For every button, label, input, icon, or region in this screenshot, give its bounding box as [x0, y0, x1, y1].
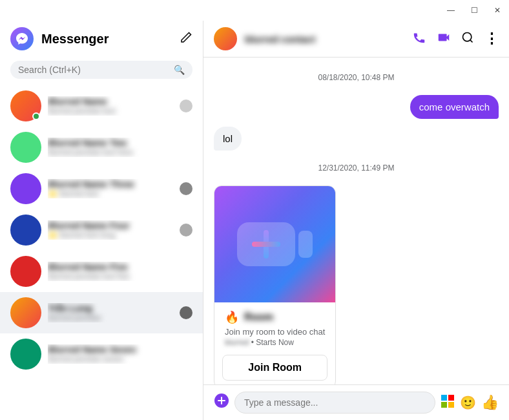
avatar: [10, 173, 41, 204]
chat-contact-avatar: [214, 27, 237, 50]
conv-badge: [180, 182, 192, 195]
join-room-button[interactable]: Join Room: [222, 355, 327, 381]
add-attachment-button[interactable]: [214, 393, 229, 412]
timestamp-2: 12/31/2020, 11:49 PM: [214, 163, 499, 173]
avatar-wrap: [10, 215, 41, 246]
conv-preview: 🌟 blurred text long: [48, 231, 173, 240]
incoming-bubble: lol: [214, 127, 242, 151]
avatar-wrap: [10, 173, 41, 204]
conv-name: Trần Long: [48, 303, 173, 313]
video-call-icon[interactable]: [437, 30, 451, 48]
title-bar: — ☐ ✕: [0, 0, 509, 21]
chat-header: blurred contact ⋮: [203, 21, 509, 58]
list-item[interactable]: Blurred Name Two blurred preview text he…: [0, 127, 203, 168]
conv-preview: blurred preview seven: [48, 355, 186, 364]
avatar: [10, 297, 41, 328]
conv-preview: blurred preview: [48, 313, 173, 322]
conv-name: Blurred Name Four: [48, 220, 173, 231]
maximize-button[interactable]: ☐: [468, 6, 481, 15]
room-card-banner: [214, 186, 335, 302]
video-icon-box: [237, 222, 295, 266]
main-layout: Messenger 🔍 Blurred Name blurred prev: [0, 21, 509, 420]
message-input[interactable]: [234, 392, 435, 414]
search-icon: 🔍: [174, 65, 185, 75]
minimize-button[interactable]: —: [444, 6, 457, 15]
more-options-icon[interactable]: ⋮: [484, 30, 499, 47]
close-button[interactable]: ✕: [491, 6, 504, 15]
join-btn-wrap: Join Room: [214, 355, 335, 384]
chat-header-actions: ⋮: [412, 30, 499, 48]
list-item[interactable]: Blurred Name blurred preview text: [0, 85, 203, 127]
conv-preview: 🌟 blurred text: [48, 189, 173, 198]
conv-info: Trần Long blurred preview: [48, 303, 173, 322]
conv-name: Blurred Name: [48, 96, 173, 107]
camera-flap: [298, 231, 313, 258]
room-sub-text: blurred • Starts Now: [225, 338, 325, 347]
conv-badge: [180, 224, 192, 236]
messenger-logo: [10, 27, 34, 50]
conv-badge: [180, 306, 192, 319]
conv-info: Blurred Name Three 🌟 blurred text: [48, 179, 173, 198]
input-actions: 🙂 👍: [441, 394, 499, 412]
svg-rect-3: [448, 395, 454, 401]
sticker-button[interactable]: [441, 394, 455, 412]
room-name: Room: [244, 311, 325, 323]
compose-button[interactable]: [180, 31, 192, 47]
search-bar: 🔍: [10, 61, 192, 79]
chat-area: blurred contact ⋮: [203, 21, 509, 420]
conv-meta: [180, 306, 192, 319]
list-item[interactable]: Blurred Name Five blurred preview text f…: [0, 251, 203, 292]
sidebar-header: Messenger: [0, 21, 203, 57]
chat-input-area: 🙂 👍: [203, 384, 509, 420]
chat-messages: 08/18/2020, 10:48 PM come overwatch lol …: [203, 58, 509, 384]
avatar-wrap: [10, 90, 41, 121]
like-button[interactable]: 👍: [481, 394, 499, 411]
conv-preview: blurred preview text five: [48, 272, 192, 281]
conv-info: Blurred Name Seven blurred preview seven: [48, 344, 186, 364]
list-item[interactable]: Blurred Name Three 🌟 blurred text: [0, 168, 203, 209]
conv-preview: blurred preview text here: [48, 148, 192, 157]
search-chat-icon[interactable]: [461, 31, 474, 47]
sidebar: Messenger 🔍 Blurred Name blurred prev: [0, 21, 203, 420]
conv-preview: blurred preview text: [48, 107, 173, 116]
emoji-button[interactable]: 🙂: [460, 395, 476, 410]
svg-rect-5: [448, 402, 454, 408]
conv-meta: [180, 182, 192, 195]
conv-name: Blurred Name Seven: [48, 344, 186, 355]
room-flame-icon: 🔥: [225, 310, 239, 324]
avatar-wrap: [10, 297, 41, 328]
incoming-message-row: lol: [214, 127, 499, 151]
conv-name: Blurred Name Three: [48, 179, 173, 189]
avatar: [10, 256, 41, 287]
timestamp-1: 08/18/2020, 10:48 PM: [214, 73, 499, 82]
conv-name: Blurred Name Five: [48, 262, 192, 272]
list-item[interactable]: Trần Long blurred preview: [0, 292, 203, 333]
avatar-wrap: [10, 256, 41, 287]
avatar: [10, 215, 41, 246]
avatar-wrap: [10, 339, 41, 370]
avatar-wrap: [10, 132, 41, 163]
conv-info: Blurred Name blurred preview text: [48, 96, 173, 116]
room-card: 🔥 Room Join my room to video chat blurre…: [214, 185, 336, 384]
conv-meta: [180, 100, 192, 112]
room-banner-icon: [237, 222, 313, 266]
room-description: Join my room to video chat: [225, 327, 325, 337]
room-info-top: 🔥 Room: [225, 310, 325, 324]
conv-badge: [180, 100, 192, 112]
sidebar-title: Messenger: [41, 32, 172, 47]
svg-rect-4: [441, 402, 447, 408]
conv-meta: [180, 224, 192, 236]
svg-rect-2: [441, 395, 447, 401]
avatar: [10, 339, 41, 370]
list-item[interactable]: Blurred Name Four 🌟 blurred text long: [0, 209, 203, 251]
svg-point-0: [463, 32, 472, 41]
online-indicator: [32, 112, 40, 120]
list-item[interactable]: Blurred Name Seven blurred preview seven: [0, 333, 203, 375]
phone-icon[interactable]: [412, 30, 426, 48]
conversations-list: Blurred Name blurred preview text Blurre…: [0, 85, 203, 420]
outgoing-bubble: come overwatch: [410, 95, 499, 119]
conv-name: Blurred Name Two: [48, 138, 192, 148]
conv-info: Blurred Name Four 🌟 blurred text long: [48, 220, 173, 240]
search-input[interactable]: [18, 65, 169, 75]
outgoing-message-row: come overwatch: [214, 95, 499, 119]
